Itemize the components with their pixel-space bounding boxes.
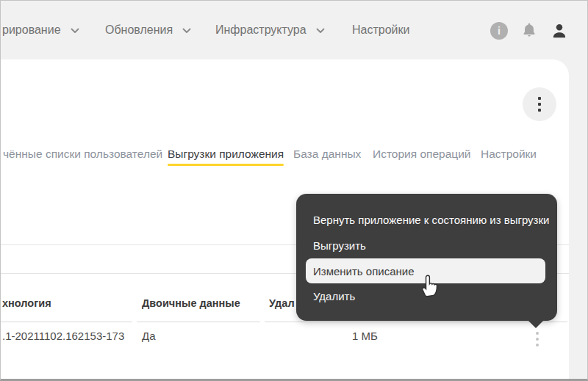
menu-item-export[interactable]: Выгрузить — [296, 233, 557, 258]
nav-item-label: Обновления — [105, 23, 173, 37]
nav-item-infrastructure[interactable]: Инфраструктура — [215, 1, 325, 59]
cell-export-name: .1-20211102.162153-173 — [2, 330, 124, 342]
chevron-down-icon — [182, 28, 191, 34]
tab-database[interactable]: База данных — [293, 148, 361, 161]
nav-item-settings[interactable]: Настройки — [352, 1, 409, 59]
bell-icon — [520, 21, 539, 40]
context-menu: Вернуть приложение к состоянию из выгруз… — [296, 194, 557, 321]
menu-item-edit-description[interactable]: Изменить описание — [306, 258, 545, 283]
tab-app-exports[interactable]: Выгрузки приложения — [168, 148, 284, 161]
nav-item-label: Инфраструктура — [215, 23, 306, 37]
header-divider — [1, 322, 132, 322]
cell-binary-data: Да — [142, 330, 156, 342]
nav-item-label: рирование — [2, 23, 61, 37]
nav-item-administration[interactable]: рирование — [2, 1, 79, 59]
top-navigation-bar: рирование Обновления Инфраструктура Наст… — [1, 1, 587, 59]
kebab-icon — [536, 332, 539, 335]
app-window: рирование Обновления Инфраструктура Наст… — [0, 0, 588, 381]
user-icon — [550, 21, 569, 40]
page-actions-button[interactable] — [523, 87, 556, 121]
menu-item-delete[interactable]: Удалить — [296, 283, 557, 309]
row-actions-button[interactable] — [531, 330, 543, 348]
tab-user-lists[interactable]: чённые списки пользователей — [3, 148, 162, 161]
column-header-technology: хнология — [2, 297, 51, 309]
menu-item-restore-from-export[interactable]: Вернуть приложение к состоянию из выгруз… — [296, 207, 557, 233]
cell-size: 1 МБ — [352, 330, 378, 342]
header-divider — [137, 322, 260, 322]
notifications-button[interactable] — [520, 21, 539, 40]
tab-settings[interactable]: Настройки — [481, 148, 537, 161]
account-button[interactable] — [550, 21, 569, 40]
info-button[interactable]: i — [490, 21, 509, 40]
chevron-down-icon — [316, 28, 325, 34]
tab-operation-history[interactable]: История операций — [373, 148, 470, 161]
header-divider — [265, 322, 567, 322]
column-header-deleted: Удал — [269, 297, 295, 309]
kebab-icon — [538, 97, 541, 100]
column-header-binary-data: Двоичные данные — [142, 297, 240, 309]
nav-item-updates[interactable]: Обновления — [105, 1, 191, 59]
chevron-down-icon — [71, 28, 79, 34]
nav-item-label: Настройки — [352, 23, 409, 37]
info-icon: i — [490, 22, 508, 40]
